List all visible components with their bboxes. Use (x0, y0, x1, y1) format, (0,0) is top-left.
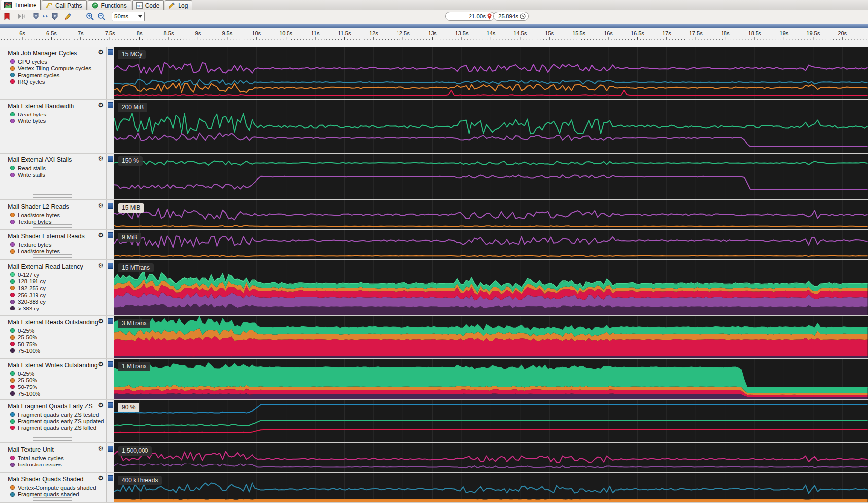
track-settings-gear-icon[interactable]: ⚙ (98, 360, 104, 368)
total-time-field[interactable] (493, 12, 529, 21)
interval-select[interactable]: 50ms (112, 12, 145, 21)
track-enabled-checkbox[interactable] (108, 446, 113, 452)
track-row-mali-external-axi-stalls: Mali External AXI Stalls⚙Read stallsWrit… (0, 154, 868, 200)
track-settings-gear-icon[interactable]: ⚙ (98, 202, 104, 210)
track-enabled-checkbox[interactable] (108, 203, 113, 209)
track-settings-gear-icon[interactable]: ⚙ (98, 401, 104, 409)
track-row-mali-job-manager-cycles: Mali Job Manager Cycles⚙GPU cyclesVertex… (0, 47, 868, 100)
legend-color-dot (10, 306, 15, 310)
track-sidebar-mali-job-manager-cycles: Mali Job Manager Cycles⚙GPU cyclesVertex… (0, 47, 106, 99)
legend-item: 50-75% (10, 384, 106, 390)
tab-timeline[interactable]: Timeline (1, 0, 41, 10)
tab-functions[interactable]: Functions (88, 0, 131, 10)
ruler-tick-label: 12.5s (397, 30, 410, 36)
bookmark-icon (4, 13, 10, 20)
legend-label: Fragment cycles (18, 72, 59, 78)
track-resize-handle[interactable] (33, 148, 72, 151)
track-scale-badge: 9 MiB (118, 233, 141, 242)
total-time-input[interactable] (496, 13, 518, 19)
legend-label: IRQ cycles (18, 79, 45, 85)
track-enabled-checkbox[interactable] (108, 156, 113, 162)
track-resize-handle[interactable] (33, 497, 72, 501)
track-sidebar-mali-texture-unit: Mali Texture Unit⚙Total active cyclesIns… (0, 443, 106, 472)
track-chart-mali-shader-external-reads[interactable]: 9 MiB (114, 230, 868, 259)
bookmark-button[interactable] (3, 11, 11, 21)
track-settings-gear-icon[interactable]: ⚙ (98, 48, 104, 56)
track-enabled-checkbox[interactable] (108, 102, 113, 108)
track-chart-mali-job-manager-cycles[interactable]: 15 MCy (114, 47, 868, 99)
zoom-in-button[interactable] (84, 11, 96, 21)
legend-color-dot (10, 173, 15, 177)
track-scale-badge: 1 MTrans (118, 362, 150, 371)
track-resize-handle[interactable] (33, 437, 72, 441)
caret-time-input[interactable] (448, 13, 486, 19)
track-chart-mali-shader-quads-shaded[interactable]: 400 kThreads (114, 473, 868, 502)
shield-right-button[interactable] (50, 11, 60, 21)
ruler-tick-label: 8s (137, 30, 143, 36)
zoom-out-icon (97, 12, 106, 21)
track-settings-gear-icon[interactable]: ⚙ (98, 317, 104, 325)
track-resize-handle[interactable] (33, 394, 72, 397)
track-scale-badge: 15 MCy (118, 50, 146, 59)
legend-label: Write stalls (18, 172, 45, 178)
track-plot (114, 100, 868, 153)
ruler-tick-label: 15.5s (572, 30, 585, 36)
track-enabled-checkbox[interactable] (108, 361, 113, 367)
track-chart-mali-external-reads-outstanding[interactable]: 3 MTrans (114, 316, 868, 358)
zoom-out-button[interactable] (96, 11, 107, 21)
track-title: Mali External AXI Stalls (0, 154, 106, 163)
track-enabled-checkbox[interactable] (108, 318, 113, 324)
track-chart-mali-fragment-quads-early-zs[interactable]: 90 % (114, 400, 868, 442)
interval-value: 50ms (114, 13, 128, 19)
track-chart-mali-external-writes-outstanding[interactable]: 1 MTrans (114, 359, 868, 399)
shield-link-button[interactable] (41, 11, 50, 21)
track-resize-handle[interactable] (33, 467, 72, 470)
track-enabled-checkbox[interactable] (108, 263, 113, 269)
goto-marker-icon (18, 13, 26, 19)
track-settings-gear-icon[interactable]: ⚙ (98, 155, 104, 163)
track-enabled-checkbox[interactable] (108, 475, 113, 481)
legend-color-dot (10, 242, 15, 247)
track-chart-mali-texture-unit[interactable]: 1,500,000 (114, 443, 868, 472)
legend-color-dot (10, 249, 15, 254)
legend-item: 25-50% (10, 377, 106, 384)
legend-label: Vertex-Tiling-Compute cycles (18, 65, 91, 71)
track-enabled-checkbox[interactable] (108, 49, 113, 55)
caret-time-field[interactable] (445, 12, 495, 21)
track-settings-gear-icon[interactable]: ⚙ (98, 262, 104, 270)
tab-functions-label: Functions (101, 2, 127, 9)
time-ruler[interactable]: 6s6.5s7s7.5s8s8.5s9s9.5s10s10.5s11s11.5s… (0, 28, 868, 48)
track-chart-mali-external-axi-stalls[interactable]: 150 % (114, 154, 868, 199)
track-settings-gear-icon[interactable]: ⚙ (98, 474, 104, 482)
tab-code-label: Code (145, 2, 160, 9)
track-enabled-checkbox[interactable] (108, 232, 113, 238)
track-resize-handle[interactable] (33, 254, 72, 258)
legend-label: 320-383 cy (18, 299, 46, 305)
track-chart-mali-external-read-latency[interactable]: 15 MTrans (114, 260, 868, 315)
track-settings-gear-icon[interactable]: ⚙ (98, 232, 104, 239)
timeline-toolbar: 50ms (0, 10, 868, 22)
shield-left-button[interactable] (31, 11, 41, 21)
track-resize-handle[interactable] (33, 353, 72, 356)
track-resize-handle[interactable] (33, 310, 72, 313)
legend-color-dot (10, 272, 15, 277)
track-chart-mali-external-bandwidth[interactable]: 200 MiB (114, 100, 868, 153)
legend-color-dot (10, 279, 15, 284)
track-resize-handle[interactable] (33, 194, 72, 198)
overview-strip[interactable] (0, 24, 868, 28)
track-enable-column (106, 200, 114, 229)
tab-log[interactable]: Log (165, 0, 192, 10)
track-chart-mali-shader-l2-reads[interactable]: 15 MiB (114, 200, 868, 229)
tab-call-paths[interactable]: Call Paths (42, 0, 87, 10)
track-enabled-checkbox[interactable] (108, 402, 113, 408)
goto-marker-button[interactable] (16, 11, 27, 21)
track-resize-handle[interactable] (33, 94, 72, 97)
track-settings-gear-icon[interactable]: ⚙ (98, 445, 104, 453)
track-resize-handle[interactable] (33, 224, 72, 228)
brush-button[interactable] (63, 11, 73, 21)
track-legend: Read bytesWrite bytes (0, 111, 106, 124)
legend-label: Fragment quads early ZS updated (18, 418, 104, 424)
track-legend: 0-127 cy128-191 cy192-255 cy256-319 cy32… (0, 271, 106, 312)
tab-code[interactable]: 010 Code (132, 0, 164, 10)
track-settings-gear-icon[interactable]: ⚙ (98, 101, 104, 109)
